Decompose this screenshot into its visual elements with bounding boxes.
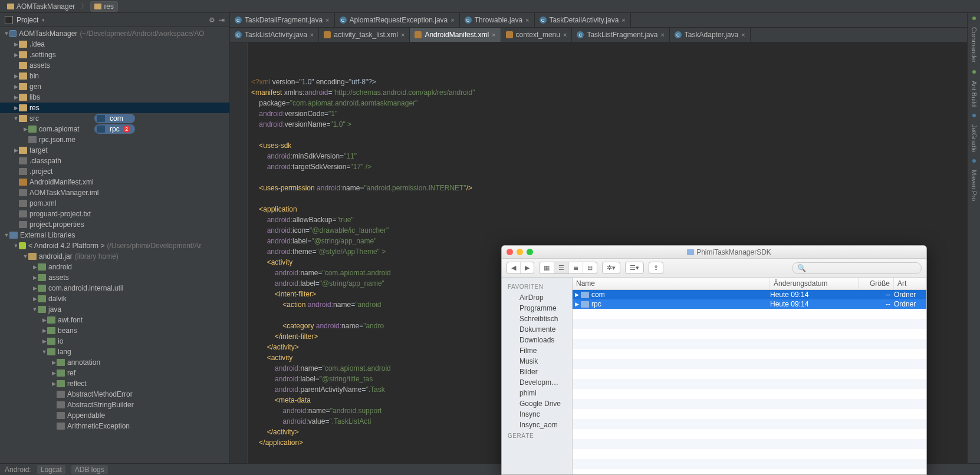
close-icon[interactable] — [507, 249, 513, 255]
logcat-button[interactable]: Logcat — [37, 465, 65, 474]
sidebar-icon — [508, 294, 516, 301]
tool-maven[interactable]: Maven Pro — [971, 170, 978, 201]
tree-row[interactable]: ▶reflect — [0, 378, 229, 389]
view-mode[interactable]: ▦☰≣⊞ — [539, 262, 597, 274]
tool-ant[interactable]: Ant Build — [971, 81, 978, 107]
tree-row[interactable]: AndroidManifest.xml — [0, 177, 229, 187]
sidebar-item[interactable]: Developm… — [502, 377, 572, 388]
finder-row[interactable]: ▶rpcHeute 09:14--Ordner — [573, 299, 926, 309]
close-tab-icon[interactable]: × — [325, 17, 329, 24]
sidebar-item[interactable]: AirDrop — [502, 292, 572, 303]
sidebar-item[interactable]: Insync_aom — [502, 420, 572, 430]
tree-row[interactable]: AOMTaskManager.iml — [0, 187, 229, 198]
sidebar-item[interactable]: Filme — [502, 345, 572, 356]
finder-sidebar[interactable]: FAVORITEN AirDropProgrammeSchreibtischDo… — [502, 278, 573, 474]
editor-tab[interactable]: AndroidManifest.xml× — [410, 28, 501, 42]
breadcrumb-root[interactable]: AOMTaskManager — [4, 2, 78, 11]
tree-row[interactable]: ▶.settings — [0, 50, 229, 60]
editor-tab[interactable]: CTaskListFragment.java× — [572, 28, 669, 42]
tree-row[interactable]: ArithmeticException — [0, 421, 229, 431]
project-tree[interactable]: ▼AOMTaskManager(~/Development/Android/wo… — [0, 27, 229, 463]
search-input[interactable]: 🔍 — [792, 262, 922, 274]
tree-row[interactable]: ▶io — [0, 336, 229, 347]
tree-row[interactable]: ▶android — [0, 262, 229, 272]
editor-tab[interactable]: CThrowable.java× — [460, 13, 535, 27]
tool-commander[interactable]: Commander — [971, 27, 978, 63]
tree-row[interactable]: ▶target — [0, 145, 229, 156]
tree-row[interactable]: .classpath — [0, 156, 229, 166]
pkg-icon — [47, 338, 55, 345]
tree-row[interactable]: ▼External Libraries — [0, 230, 229, 240]
editor-tab[interactable]: CTaskDetailActivity.java× — [535, 13, 631, 27]
editor-tab[interactable]: context_menu× — [501, 28, 573, 42]
file-icon — [57, 391, 65, 398]
sidebar-item[interactable]: Schreibtisch — [502, 314, 572, 324]
close-tab-icon[interactable]: × — [492, 31, 495, 38]
minimize-icon[interactable] — [517, 249, 523, 255]
finder-titlebar[interactable]: PhimiTaskManagerSDK — [502, 246, 926, 259]
sidebar-item[interactable]: Insync — [502, 409, 572, 420]
tree-row[interactable]: ▶ref — [0, 368, 229, 378]
sidebar-item[interactable]: Google Drive — [502, 398, 572, 409]
tree-row[interactable]: rpc.json.me — [0, 134, 229, 145]
tree-row[interactable]: ▼lang — [0, 347, 229, 357]
editor-tab[interactable]: CTaskAdapter.java× — [670, 28, 751, 42]
finder-row[interactable]: ▶comHeute 09:14--Ordner — [573, 290, 926, 299]
gear-icon[interactable]: ⚙ — [209, 16, 215, 24]
tree-row[interactable]: ▼android.jar(library home) — [0, 251, 229, 262]
tree-row[interactable]: proguard-project.txt — [0, 209, 229, 219]
tree-row[interactable]: ▶awt.font — [0, 315, 229, 325]
close-tab-icon[interactable]: × — [450, 17, 454, 24]
tree-row[interactable]: ▶res — [0, 103, 229, 113]
tree-row[interactable]: ▼java — [0, 304, 229, 315]
close-tab-icon[interactable]: × — [401, 31, 405, 38]
tree-row[interactable]: ▶bin — [0, 71, 229, 81]
tree-row[interactable]: ▶assets — [0, 272, 229, 283]
close-tab-icon[interactable]: × — [660, 31, 664, 38]
arrange-menu[interactable]: ☰▾ — [625, 262, 644, 274]
sidebar-item[interactable]: phimi — [502, 388, 572, 398]
tree-row[interactable]: ▶.idea — [0, 39, 229, 50]
close-tab-icon[interactable]: × — [621, 17, 625, 24]
tree-row[interactable]: project.properties — [0, 219, 229, 230]
tree-row[interactable]: Appendable — [0, 410, 229, 421]
nav-back-forward[interactable]: ◀▶ — [507, 262, 534, 274]
finder-window[interactable]: PhimiTaskManagerSDK ◀▶ ▦☰≣⊞ ✲▾ ☰▾ ⇪ 🔍 FA… — [501, 245, 927, 475]
breadcrumb-item[interactable]: res — [90, 1, 118, 12]
collapse-icon[interactable]: ⇥ — [219, 16, 225, 24]
tree-row[interactable]: pom.xml — [0, 198, 229, 209]
close-tab-icon[interactable]: × — [741, 31, 745, 38]
zoom-icon[interactable] — [527, 249, 533, 255]
tree-row[interactable]: .project — [0, 166, 229, 177]
action-menu[interactable]: ✲▾ — [602, 262, 620, 274]
share-button[interactable]: ⇪ — [649, 262, 663, 274]
editor-tab[interactable]: CTaskListActivity.java× — [230, 28, 319, 42]
tree-row[interactable]: ▶com.android.internal.util — [0, 283, 229, 293]
sidebar-item[interactable]: Programme — [502, 303, 572, 314]
sidebar-item[interactable]: Downloads — [502, 335, 572, 345]
close-tab-icon[interactable]: × — [310, 31, 314, 38]
sidebar-item[interactable]: Musik — [502, 356, 572, 367]
tree-row[interactable]: AbstractStringBuilder — [0, 400, 229, 410]
close-tab-icon[interactable]: × — [563, 31, 567, 38]
tree-row[interactable]: ▼< Android 4.2 Platform >(/Users/phimi/D… — [0, 240, 229, 251]
sidebar-item[interactable]: Dokumente — [502, 324, 572, 335]
finder-columns[interactable]: Name Änderungsdatum Größe Art — [573, 278, 926, 290]
close-tab-icon[interactable]: × — [525, 17, 529, 24]
adb-logs-button[interactable]: ADB logs — [71, 465, 108, 474]
tree-row[interactable]: ▶annotation — [0, 357, 229, 368]
editor-tab[interactable]: activity_task_list.xml× — [319, 28, 410, 42]
tree-row[interactable]: ▶libs — [0, 92, 229, 103]
tool-gradle[interactable]: JetGradle — [971, 124, 978, 153]
sidebar-item[interactable]: Bilder — [502, 367, 572, 377]
tree-row[interactable]: AbstractMethodError — [0, 389, 229, 400]
tree-row[interactable]: ▶dalvik — [0, 293, 229, 304]
tree-row[interactable]: ▶gen — [0, 81, 229, 92]
editor-tab[interactable]: CTaskDetailFragment.java× — [230, 13, 335, 27]
project-panel-header[interactable]: Project ▾ ⚙ ⇥ — [0, 13, 229, 27]
finder-list[interactable]: Name Änderungsdatum Größe Art ▶comHeute … — [573, 278, 926, 474]
editor-tab[interactable]: CApiomatRequestException.java× — [335, 13, 460, 27]
tree-row[interactable]: assets — [0, 60, 229, 71]
tree-row[interactable]: ▼AOMTaskManager(~/Development/Android/wo… — [0, 28, 229, 39]
tree-row[interactable]: ▶beans — [0, 325, 229, 336]
